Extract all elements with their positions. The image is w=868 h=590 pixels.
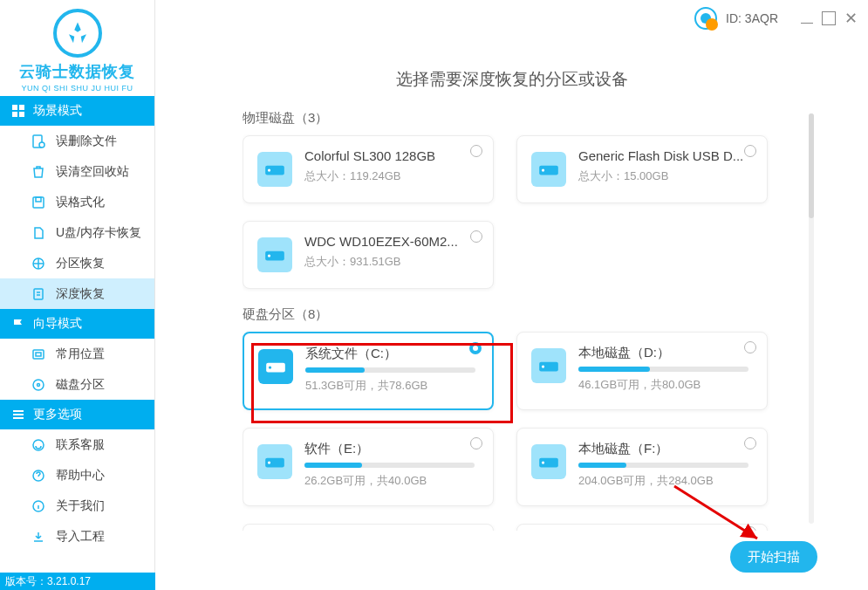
- svg-point-17: [701, 13, 711, 24]
- partition-name: 软件（E:）: [304, 441, 470, 457]
- start-scan-button[interactable]: 开始扫描: [730, 541, 817, 573]
- nav-recycle-bin[interactable]: 误清空回收站: [0, 156, 154, 187]
- version-label: 版本号：3.21.0.17: [0, 573, 155, 590]
- user-id: ID: 3AQR: [726, 11, 778, 25]
- hdd-icon: [257, 444, 292, 479]
- section-scene-mode[interactable]: 场景模式: [0, 96, 154, 126]
- hdd-icon: [531, 444, 566, 479]
- radio-selected[interactable]: [469, 342, 482, 354]
- headset-icon: [30, 436, 47, 454]
- disk-card[interactable]: Generic Flash Disk USB D... 总大小：15.00GB: [516, 135, 768, 203]
- location-icon: [30, 346, 47, 363]
- section-wizard-mode[interactable]: 向导模式: [0, 309, 154, 339]
- grid-icon: [10, 103, 26, 119]
- usage-bar: [578, 367, 748, 372]
- group-partitions: 硬盘分区（8）: [243, 306, 807, 323]
- disk-size: 总大小：119.24GB: [304, 168, 479, 184]
- nav-deleted-files[interactable]: 误删除文件: [0, 126, 154, 156]
- partition-usage: 204.0GB可用，共284.0GB: [578, 473, 753, 489]
- usage-bar: [578, 463, 748, 468]
- device-list: 物理磁盘（3） Colorful SL300 128GB 总大小：119.24G…: [243, 105, 807, 531]
- partition-name: 本地磁盘（D:）: [578, 345, 744, 361]
- help-icon: [30, 467, 47, 484]
- hdd-icon: [531, 348, 566, 383]
- section-label: 场景模式: [33, 103, 82, 119]
- radio[interactable]: [744, 526, 756, 531]
- nav-format[interactable]: 误格式化: [0, 187, 154, 217]
- partition-usage: 26.2GB可用，共40.0GB: [304, 473, 479, 489]
- nav-common-location[interactable]: 常用位置: [0, 339, 154, 369]
- usage-bar: [304, 463, 475, 468]
- menu-icon: [10, 407, 26, 422]
- partition-icon: [30, 255, 47, 272]
- svg-point-25: [269, 366, 271, 368]
- radio[interactable]: [744, 341, 756, 353]
- section-more-options[interactable]: 更多选项: [0, 400, 154, 429]
- partition-name: 系统文件（C:）: [305, 346, 471, 362]
- svg-point-23: [268, 254, 270, 257]
- partition-usage: 51.3GB可用，共78.6GB: [305, 378, 478, 394]
- svg-point-5: [39, 142, 44, 148]
- radio[interactable]: [744, 145, 756, 157]
- disk-card[interactable]: Colorful SL300 128GB 总大小：119.24GB: [243, 135, 494, 203]
- nav-contact[interactable]: 联系客服: [0, 429, 154, 460]
- partition-card-more[interactable]: [516, 524, 768, 531]
- svg-point-12: [33, 380, 44, 390]
- scrollbar-thumb[interactable]: [809, 113, 814, 218]
- partition-card-f[interactable]: 本地磁盘（F:） 204.0GB可用，共284.0GB: [516, 428, 768, 506]
- window-minimize[interactable]: [801, 23, 813, 24]
- nav-usb-sd[interactable]: U盘/内存卡恢复: [0, 217, 154, 248]
- svg-rect-0: [12, 105, 17, 110]
- sdcard-icon: [30, 224, 47, 242]
- svg-rect-7: [36, 197, 41, 202]
- partition-usage: 46.1GB可用，共80.0GB: [578, 377, 753, 393]
- nav-deep-recover[interactable]: 深度恢复: [0, 278, 154, 309]
- disk-name: WDC WD10EZEX-60M2...: [304, 234, 470, 249]
- disk-icon: [30, 376, 47, 394]
- svg-point-31: [542, 461, 544, 463]
- radio[interactable]: [470, 145, 482, 157]
- nav-about[interactable]: 关于我们: [0, 491, 154, 521]
- account-badge-icon[interactable]: [694, 7, 717, 30]
- nav-disk-partition[interactable]: 磁盘分区: [0, 369, 154, 400]
- svg-point-21: [542, 168, 544, 171]
- svg-rect-2: [12, 112, 17, 117]
- svg-rect-10: [33, 350, 44, 359]
- svg-point-13: [38, 383, 40, 386]
- window-close[interactable]: ✕: [844, 9, 858, 28]
- usage-bar: [305, 367, 475, 373]
- titlebar: ID: 3AQR ✕: [694, 7, 858, 30]
- disk-name: Generic Flash Disk USB D...: [578, 148, 744, 163]
- scrollbar-track[interactable]: [809, 113, 814, 524]
- radio[interactable]: [470, 437, 482, 449]
- flag-icon: [10, 316, 26, 332]
- deep-icon: [30, 285, 47, 303]
- partition-card-more[interactable]: [243, 524, 494, 531]
- logo-icon: [53, 9, 102, 58]
- svg-rect-1: [19, 105, 24, 110]
- file-icon: [30, 133, 47, 150]
- disk-size: 总大小：15.00GB: [578, 168, 753, 184]
- nav-import[interactable]: 导入工程: [0, 521, 154, 552]
- svg-rect-3: [19, 112, 24, 117]
- radio[interactable]: [744, 437, 756, 449]
- window-maximize[interactable]: [822, 11, 836, 25]
- partition-card-d[interactable]: 本地磁盘（D:） 46.1GB可用，共80.0GB: [516, 332, 768, 410]
- app-logo: 云骑士数据恢复 YUN QI SHI SHU JU HUI FU: [0, 0, 154, 96]
- nav-help[interactable]: 帮助中心: [0, 460, 154, 491]
- disk-name: Colorful SL300 128GB: [304, 148, 470, 163]
- main-panel: ID: 3AQR ✕ 选择需要深度恢复的分区或设备 物理磁盘（3） Colorf…: [155, 0, 868, 590]
- app-name: 云骑士数据恢复: [0, 61, 154, 82]
- app-name-pinyin: YUN QI SHI SHU JU HUI FU: [0, 84, 154, 93]
- disk-card[interactable]: WDC WD10EZEX-60M2... 总大小：931.51GB: [243, 221, 494, 289]
- section-label: 向导模式: [33, 316, 82, 332]
- sidebar: 云骑士数据恢复 YUN QI SHI SHU JU HUI FU 场景模式 误删…: [0, 0, 155, 590]
- svg-rect-11: [36, 353, 41, 356]
- hdd-icon: [531, 152, 566, 187]
- partition-card-e[interactable]: 软件（E:） 26.2GB可用，共40.0GB: [243, 428, 494, 506]
- radio[interactable]: [470, 230, 482, 243]
- group-physical-disks: 物理磁盘（3）: [243, 110, 807, 127]
- nav-partition-recover[interactable]: 分区恢复: [0, 248, 154, 278]
- svg-point-19: [268, 168, 270, 171]
- partition-card-c[interactable]: 系统文件（C:） 51.3GB可用，共78.6GB: [243, 332, 494, 410]
